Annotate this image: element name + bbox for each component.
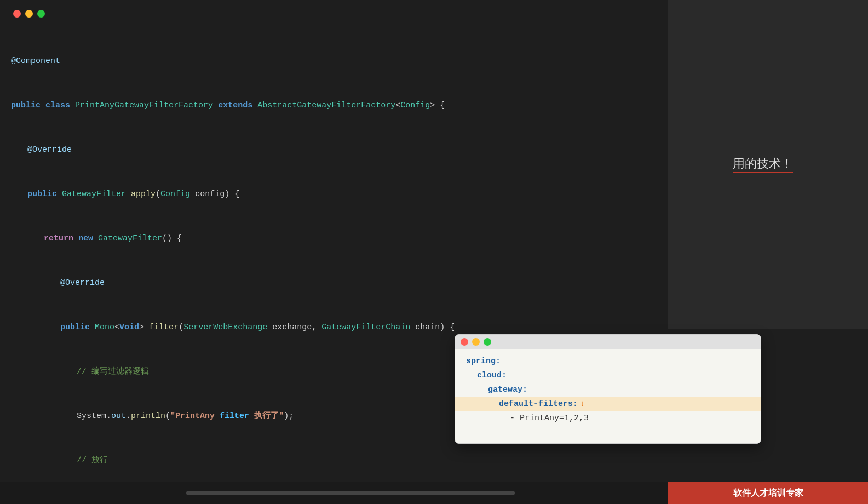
yaml-window: spring: cloud: gateway: default-filters:… bbox=[455, 334, 761, 444]
scrollbar[interactable] bbox=[186, 491, 515, 495]
yaml-titlebar bbox=[455, 335, 761, 349]
bottom-right-banner: 软件人才培训专家 bbox=[668, 482, 868, 504]
right-panel: 用的技术！ bbox=[668, 0, 868, 329]
yaml-close-button[interactable] bbox=[461, 338, 468, 346]
right-panel-text: 用的技术！ bbox=[733, 156, 804, 173]
window-controls bbox=[11, 5, 668, 24]
maximize-button[interactable] bbox=[37, 10, 45, 18]
yaml-maximize-button[interactable] bbox=[484, 338, 491, 346]
close-button[interactable] bbox=[13, 10, 21, 18]
minimize-button[interactable] bbox=[25, 10, 33, 18]
yaml-content: spring: cloud: gateway: default-filters:… bbox=[455, 349, 761, 431]
yaml-minimize-button[interactable] bbox=[472, 338, 480, 346]
